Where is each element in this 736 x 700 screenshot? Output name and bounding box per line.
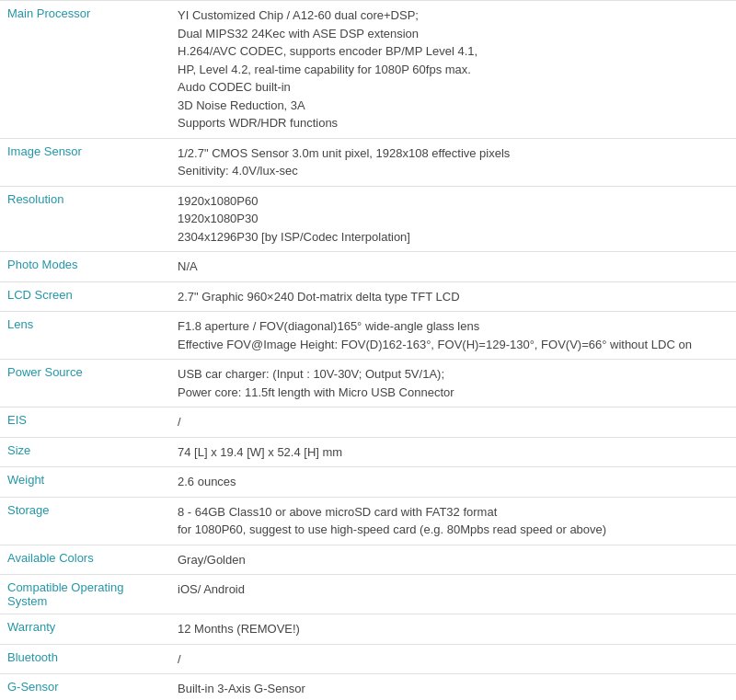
spec-value: 12 Months (REMOVE!) [170, 614, 736, 645]
spec-value: F1.8 aperture / FOV(diagonal)165° wide-a… [170, 312, 736, 360]
table-row: Compatible Operating SystemiOS/ Android [0, 575, 736, 614]
spec-label: Resolution [0, 186, 170, 252]
spec-label: Image Sensor [0, 138, 170, 186]
spec-label: Bluetooth [0, 644, 170, 674]
spec-value: / [170, 644, 736, 674]
table-row: Photo ModesN/A [0, 252, 736, 282]
table-row: G-SensorBuilt-in 3-Axis G-Sensor [0, 674, 736, 701]
spec-label: Storage [0, 497, 170, 545]
spec-value: N/A [170, 252, 736, 282]
spec-value: Gray/Golden [170, 545, 736, 575]
spec-label: Lens [0, 312, 170, 360]
spec-value: Built-in 3-Axis G-Sensor [170, 674, 736, 701]
table-row: Size74 [L] x 19.4 [W] x 52.4 [H] mm [0, 437, 736, 467]
table-row: Warranty12 Months (REMOVE!) [0, 614, 736, 645]
spec-label: Available Colors [0, 545, 170, 575]
spec-value: 8 - 64GB Class10 or above microSD card w… [170, 497, 736, 545]
spec-label: Power Source [0, 360, 170, 407]
spec-value: 1920x1080P601920x1080P302304x1296P30 [by… [170, 186, 736, 252]
spec-value: iOS/ Android [170, 575, 736, 614]
table-row: Storage8 - 64GB Class10 or above microSD… [0, 497, 736, 545]
spec-label: Weight [0, 467, 170, 498]
table-row: Available ColorsGray/Golden [0, 545, 736, 575]
specs-table: Main ProcessorYI Customized Chip / A12-6… [0, 0, 736, 700]
spec-label: LCD Screen [0, 281, 170, 312]
spec-value: YI Customized Chip / A12-60 dual core+DS… [170, 1, 736, 139]
spec-value: 2.7" Graphic 960×240 Dot-matrix delta ty… [170, 281, 736, 312]
spec-label: Warranty [0, 614, 170, 645]
spec-value: 2.6 ounces [170, 467, 736, 498]
table-row: LensF1.8 aperture / FOV(diagonal)165° wi… [0, 312, 736, 360]
spec-label: G-Sensor [0, 674, 170, 701]
spec-label: Size [0, 437, 170, 467]
spec-label: EIS [0, 407, 170, 438]
table-row: Power SourceUSB car charger: (Input : 10… [0, 360, 736, 407]
table-row: Main ProcessorYI Customized Chip / A12-6… [0, 1, 736, 139]
spec-label: Photo Modes [0, 252, 170, 282]
table-row: Image Sensor1/2.7" CMOS Sensor 3.0m unit… [0, 138, 736, 186]
spec-value: USB car charger: (Input : 10V-30V; Outpu… [170, 360, 736, 407]
table-row: Bluetooth/ [0, 644, 736, 674]
spec-label: Main Processor [0, 1, 170, 139]
spec-label: Compatible Operating System [0, 575, 170, 614]
spec-value: 74 [L] x 19.4 [W] x 52.4 [H] mm [170, 437, 736, 467]
table-row: Weight2.6 ounces [0, 467, 736, 498]
spec-value: 1/2.7" CMOS Sensor 3.0m unit pixel, 1928… [170, 138, 736, 186]
table-row: Resolution1920x1080P601920x1080P302304x1… [0, 186, 736, 252]
table-row: LCD Screen2.7" Graphic 960×240 Dot-matri… [0, 281, 736, 312]
table-row: EIS/ [0, 407, 736, 438]
spec-value: / [170, 407, 736, 438]
